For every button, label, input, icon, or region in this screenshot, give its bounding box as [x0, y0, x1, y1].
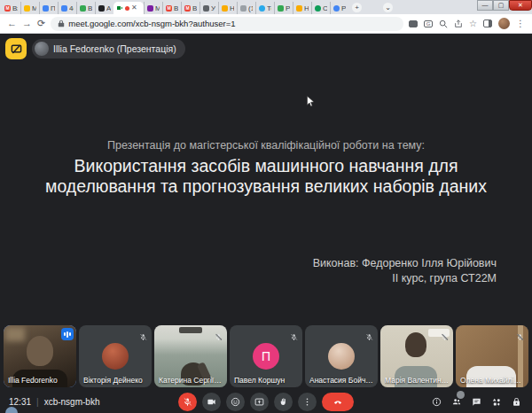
host-controls-lock-icon — [512, 397, 521, 407]
audio-indicator-icon — [61, 328, 74, 340]
participant-tile[interactable]: Вікторія Дейнеко — [79, 325, 152, 387]
camera-icon — [207, 397, 216, 407]
tab-search-button[interactable]: ⌄ — [383, 3, 393, 12]
browser-tab[interactable]: (1) — [237, 2, 255, 14]
forward-icon[interactable]: → — [22, 19, 32, 28]
presenter-name: Illia Fedorenko (Презентація) — [53, 43, 176, 54]
info-icon — [432, 397, 442, 407]
tab-favicon — [203, 5, 209, 12]
participant-name: Illia Fedorenko — [8, 376, 73, 385]
reload-icon[interactable]: ⟳ — [37, 19, 45, 28]
present-screen-icon — [254, 397, 264, 407]
address-bar[interactable]: meet.google.com/xcb-nsgm-bkh?authuser=1 — [51, 17, 403, 31]
browser-menu-icon[interactable]: ⋮ — [516, 19, 525, 29]
tab-favicon — [259, 5, 265, 12]
notification-bubble — [5, 407, 18, 413]
back-icon[interactable]: ← — [7, 19, 17, 28]
tab-meet-active[interactable]: ✕ — [113, 2, 144, 14]
reactions-button[interactable] — [226, 393, 245, 411]
window-controls: — ▢ ✕ — [477, 0, 532, 11]
more-options-icon — [302, 397, 312, 407]
zoom-icon[interactable] — [439, 19, 448, 28]
tab-favicon — [222, 5, 228, 12]
participant-tile[interactable]: Анастасия Бойченко — [305, 325, 378, 387]
browser-tab[interactable]: На — [218, 2, 237, 14]
tab-favicon — [61, 5, 67, 12]
participant-tile[interactable]: Катерина Сергіївна ... — [154, 325, 227, 387]
translate-icon[interactable]: G — [424, 20, 433, 27]
host-controls-button[interactable] — [512, 397, 521, 407]
mic-muted-icon — [139, 329, 147, 345]
bookmark-star-icon[interactable]: ☆ — [469, 19, 477, 29]
slide-title-line1: Використання засобів машинного навчання … — [0, 156, 532, 176]
tab-label: Ас — [106, 4, 111, 12]
camera-button[interactable] — [202, 393, 221, 411]
browser-tab[interactable]: Те — [255, 2, 274, 14]
tab-favicon: M — [4, 5, 11, 12]
url-text: meet.google.com/xcb-nsgm-bkh?authuser=1 — [68, 19, 235, 28]
browser-tab[interactable]: Пе — [39, 2, 58, 14]
participant-name: Катерина Сергіївна ... — [159, 376, 223, 385]
browser-tab[interactable]: Ch — [311, 2, 330, 14]
participant-tile[interactable]: Illia Fedorenko — [4, 325, 76, 387]
browser-tab[interactable]: Ро — [330, 2, 348, 14]
mic-muted-icon — [290, 329, 298, 345]
tab-label: Уч — [211, 4, 215, 12]
chat-button[interactable] — [472, 397, 481, 407]
slide-title: Використання засобів машинного навчання … — [0, 156, 532, 197]
tab-label: Ви — [88, 4, 92, 12]
browser-tab[interactable]: MВх — [181, 2, 200, 14]
presentation-button[interactable] — [5, 38, 27, 59]
browser-tab[interactable]: Уч — [200, 2, 218, 14]
participant-tile[interactable]: Марія Валентинівна ... — [380, 325, 453, 387]
presenter-pill[interactable]: Illia Fedorenko (Презентація) — [32, 39, 185, 58]
participant-tile[interactable]: ППавел Коршун — [230, 325, 302, 387]
activities-icon — [491, 397, 502, 407]
side-panel-icon[interactable] — [483, 19, 492, 27]
end-call-button[interactable] — [322, 393, 354, 411]
participants-button[interactable] — [451, 397, 462, 407]
mic-button[interactable] — [178, 393, 197, 411]
browser-window: MВхМаПе4dВиАс✕МаMВхMВхУчНа(1)ТеРоНаChРо … — [0, 0, 532, 413]
media-control-icon[interactable] — [409, 20, 418, 27]
browser-tab[interactable]: MВх — [2, 2, 20, 14]
browser-tab[interactable]: MВх — [162, 2, 181, 14]
tab-favicon — [147, 5, 153, 12]
tab-label: Вх — [192, 4, 197, 12]
tab-favicon: M — [166, 5, 172, 12]
browser-tab[interactable]: Ви — [76, 2, 95, 14]
tab-close-icon[interactable]: ✕ — [131, 4, 137, 12]
profile-avatar[interactable] — [498, 18, 510, 29]
tab-strip: MВхМаПе4dВиАс✕МаMВхMВхУчНа(1)ТеРоНаChРо … — [0, 0, 532, 14]
browser-tab[interactable]: На — [293, 2, 311, 14]
tab-label: Ро — [286, 4, 290, 12]
browser-tab[interactable]: Ро — [274, 2, 293, 14]
panel-controls — [432, 397, 521, 407]
browser-tab[interactable]: Ма — [144, 2, 162, 14]
minimize-button[interactable]: — — [477, 0, 493, 11]
browser-tab[interactable]: Ас — [95, 2, 113, 14]
toolbar-icons: G ☆ ⋮ — [409, 18, 525, 29]
mic-off-icon — [183, 397, 192, 407]
participant-name: Олена Михайлівна Г... — [460, 376, 525, 385]
tab-label: Те — [267, 4, 271, 12]
close-button[interactable]: ✕ — [509, 0, 532, 11]
share-icon[interactable] — [454, 19, 463, 28]
maximize-button[interactable]: ▢ — [493, 0, 509, 11]
new-tab-button[interactable]: + — [352, 3, 362, 12]
tab-favicon — [296, 5, 302, 12]
meet-favicon — [116, 4, 123, 12]
more-options-button[interactable] — [298, 393, 317, 411]
browser-tab[interactable]: 4d — [58, 2, 76, 14]
raise-hand-button[interactable] — [274, 393, 293, 411]
tab-label: Вх — [12, 4, 18, 12]
tab-recording-dot — [125, 6, 129, 11]
browser-tab[interactable]: Ма — [20, 2, 39, 14]
raise-hand-icon — [278, 397, 288, 407]
slide-author-block: Виконав: Федоренко Ілля Юрійович ІІ курс… — [313, 256, 497, 286]
present-button[interactable] — [250, 393, 269, 411]
meeting-code: xcb-nsgm-bkh — [44, 397, 100, 407]
meeting-details-button[interactable] — [432, 397, 442, 407]
participant-tile[interactable]: Олена Михайлівна Г... — [456, 325, 528, 387]
activities-button[interactable] — [491, 397, 502, 407]
